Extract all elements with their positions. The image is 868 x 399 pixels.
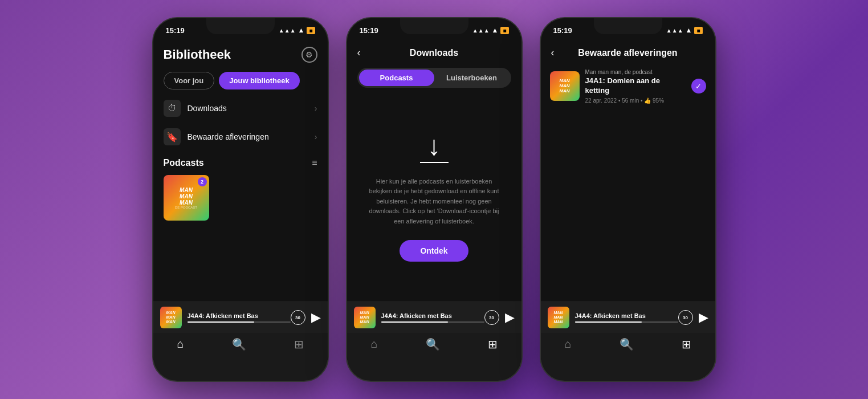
nav-search-3[interactable]: 🔍 [620,337,634,351]
search-icon-3: 🔍 [620,337,634,351]
segment-voor-jou[interactable]: Voor jou [164,72,215,89]
status-icons-3: ▲▲▲ ▲ ■ [666,26,703,34]
play-button[interactable]: ▶ [311,310,321,325]
podcast-grid: MANMANMAN DE PODCAST 2 [153,172,328,224]
episode-title: J4A1: Domien aan de ketting [585,76,686,96]
chevron-right-icon: › [315,104,317,113]
signal-icon-3: ▲▲▲ [666,27,683,34]
skip-icon: 30 [295,315,300,320]
battery-icon: ■ [307,27,315,34]
episode-row[interactable]: MANMANMAN Man man man, de podcast J4A1: … [541,63,715,109]
screen-bibliotheek: 15:19 ▲▲▲ ▲ ■ Bibliotheek ⚙ Voor jou Jou… [153,18,328,360]
show-name: Man man man, de podcast [585,69,686,75]
screen-downloads: 15:19 ▲▲▲ ▲ ■ ‹ Downloads Podcasts Luist… [347,18,521,360]
home-icon-3: ⌂ [564,337,571,351]
play-button-3[interactable]: ▶ [699,310,708,325]
bewaarde-label: Bewaarde afleveringen [188,132,315,141]
nav-library-2[interactable]: ⊞ [488,337,498,351]
header: Bibliotheek ⚙ [153,39,328,67]
tab-luisterboeken[interactable]: Luisterboeken [434,70,510,86]
episode-date: 22 apr. 2022 [585,97,617,104]
tab-switcher: Podcasts Luisterboeken [357,68,511,88]
segment-jouw-bibliotheek[interactable]: Jouw bibliotheek [219,72,299,89]
nav-home-2[interactable]: ⌂ [370,337,377,351]
bottom-nav: ⌂ 🔍 ⊞ [153,333,328,360]
notch-3 [594,18,662,34]
notch-2 [400,18,468,34]
back-button-3[interactable]: ‹ [551,47,567,59]
np-progress [188,321,291,323]
gear-button[interactable]: ⚙ [301,47,317,63]
bewaarde-title: Bewaarde afleveringen [567,48,689,58]
notch [206,18,275,34]
podcast-badge: 2 [198,177,207,186]
np-progress-fill-3 [575,321,642,323]
play-button-2[interactable]: ▶ [505,310,515,325]
home-icon: ⌂ [177,337,184,351]
np-info: J4A4: Afkicken met Bas [188,312,291,323]
search-icon: 🔍 [232,337,246,351]
np-progress-3 [575,321,678,323]
tab-podcasts[interactable]: Podcasts [359,70,434,86]
check-button[interactable]: ✓ [691,79,706,93]
meta-separator-2: • 👍 [641,97,653,104]
signal-icon: ▲▲▲ [279,27,296,34]
status-time-3: 15:19 [553,26,572,35]
search-icon-2: 🔍 [426,337,440,351]
episode-thumbnail: MANMANMAN [550,71,580,101]
download-line [420,162,449,163]
phone-downloads: 15:19 ▲▲▲ ▲ ■ ‹ Downloads Podcasts Luist… [346,17,523,382]
np-art-2: MANMANMAN [360,311,369,324]
downloads-item[interactable]: ⏱ Downloads › [153,94,328,123]
skip-30-button[interactable]: 30 [291,310,305,325]
np-info-2: J4A4: Afkicken met Bas [381,312,484,323]
wifi-icon-2: ▲ [492,26,499,34]
bewaarde-item[interactable]: 🔖 Bewaarde afleveringen › [153,123,328,151]
now-playing-bar-3[interactable]: MANMANMAN J4A4: Afkicken met Bas 30 ▶ [541,302,715,333]
filter-icon[interactable]: ≡ [312,158,317,168]
np-thumbnail: MANMANMAN [160,307,182,328]
mmm-subtitle: DE PODCAST [175,206,197,209]
nav-search-2[interactable]: 🔍 [426,337,440,351]
np-info-3: J4A4: Afkicken met Bas [575,312,678,323]
status-icons: ▲▲▲ ▲ ■ [279,26,315,34]
wifi-icon: ▲ [298,26,305,34]
nav-home-3[interactable]: ⌂ [564,337,571,351]
nav-library[interactable]: ⊞ [294,337,304,351]
nav-search[interactable]: 🔍 [232,337,246,351]
nav-library-3[interactable]: ⊞ [682,337,691,351]
wifi-icon-3: ▲ [686,26,692,34]
segment-buttons: Voor jou Jouw bibliotheek [164,72,317,89]
skip-icon-3: 30 [683,315,688,320]
np-title: J4A4: Afkicken met Bas [188,312,291,319]
home-icon-2: ⌂ [370,337,377,351]
empty-description: Hier kun je alle podcasts en luisterboek… [364,177,504,227]
skip-30-button-2[interactable]: 30 [484,310,499,325]
skip-30-button-3[interactable]: 30 [678,310,693,325]
screen-bewaarde: 15:19 ▲▲▲ ▲ ■ ‹ Bewaarde afleveringen MA… [541,18,715,360]
np-title-3: J4A4: Afkicken met Bas [575,312,678,319]
now-playing-bar-2[interactable]: MANMANMAN J4A4: Afkicken met Bas 30 ▶ [347,302,521,333]
np-title-2: J4A4: Afkicken met Bas [381,312,484,319]
nav-home[interactable]: ⌂ [177,337,184,351]
discover-button[interactable]: Ontdek [400,240,468,262]
mmm-logo-text: MANMANMAN [175,187,197,206]
status-time: 15:19 [166,26,185,35]
battery-icon-3: ■ [694,27,702,34]
episode-info: Man man man, de podcast J4A1: Domien aan… [585,69,686,104]
download-icon: ↓ [420,132,449,163]
empty-state: ↓ Hier kun je alle podcasts en luisterbo… [347,92,521,302]
back-button[interactable]: ‹ [357,47,373,59]
clock-icon: ⏱ [164,100,181,117]
now-playing-bar[interactable]: MANMANMAN J4A4: Afkicken met Bas 30 ▶ [153,302,328,333]
header-3: ‹ Bewaarde afleveringen [541,39,715,63]
header-2: ‹ Downloads [347,39,521,63]
bookmark-icon: 🔖 [164,128,181,145]
podcast-thumb-mmm[interactable]: MANMANMAN DE PODCAST 2 [164,175,209,221]
episode-meta: 22 apr. 2022 • 56 min • 👍 95% [585,97,686,104]
phone-bewaarde: 15:19 ▲▲▲ ▲ ■ ‹ Bewaarde afleveringen MA… [540,17,716,382]
np-art-3: MANMANMAN [554,311,563,324]
chevron-right-icon-2: › [315,132,317,141]
bottom-nav-3: ⌂ 🔍 ⊞ [541,333,715,360]
np-thumbnail-2: MANMANMAN [354,307,376,328]
